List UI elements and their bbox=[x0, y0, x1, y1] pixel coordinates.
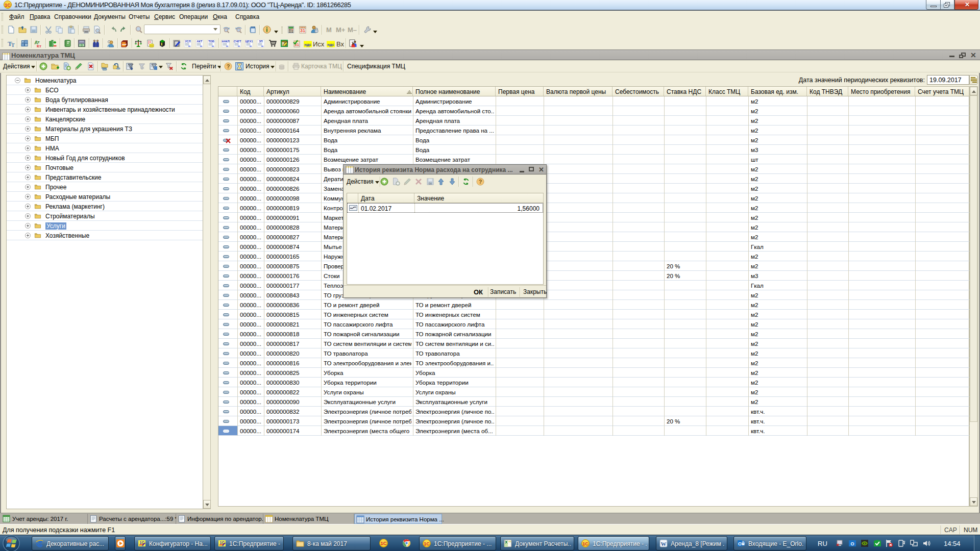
svg-text:1С: 1С bbox=[424, 541, 430, 546]
svg-text:СЧЕТ: СЧЕТ bbox=[234, 40, 241, 43]
svg-text:O: O bbox=[738, 541, 742, 546]
svg-text:31: 31 bbox=[300, 28, 305, 33]
svg-text:ОК: ОК bbox=[429, 183, 432, 185]
svg-text:ТОВ: ТОВ bbox=[208, 40, 214, 43]
svg-text:НАКЛ: НАКЛ bbox=[222, 40, 229, 43]
svg-text:O: O bbox=[850, 541, 854, 546]
svg-text:ЦЕХ1: ЦЕХ1 bbox=[246, 40, 253, 43]
svg-text:W: W bbox=[661, 541, 667, 547]
svg-text:T: T bbox=[11, 42, 15, 47]
svg-text:?: ? bbox=[479, 179, 482, 185]
svg-text:1С: 1С bbox=[380, 540, 386, 546]
svg-text:1С: 1С bbox=[5, 3, 11, 8]
svg-text:УСЛ: УСЛ bbox=[185, 40, 190, 43]
svg-text:ЗП: ЗП bbox=[259, 40, 262, 43]
svg-text:Кт: Кт bbox=[37, 44, 41, 48]
svg-text:ндс: ндс bbox=[304, 42, 311, 47]
svg-text:1С: 1С bbox=[582, 541, 589, 546]
svg-text:ндс: ндс bbox=[327, 42, 334, 47]
svg-text:АКТ: АКТ bbox=[197, 40, 203, 43]
svg-text:?: ? bbox=[227, 63, 230, 69]
